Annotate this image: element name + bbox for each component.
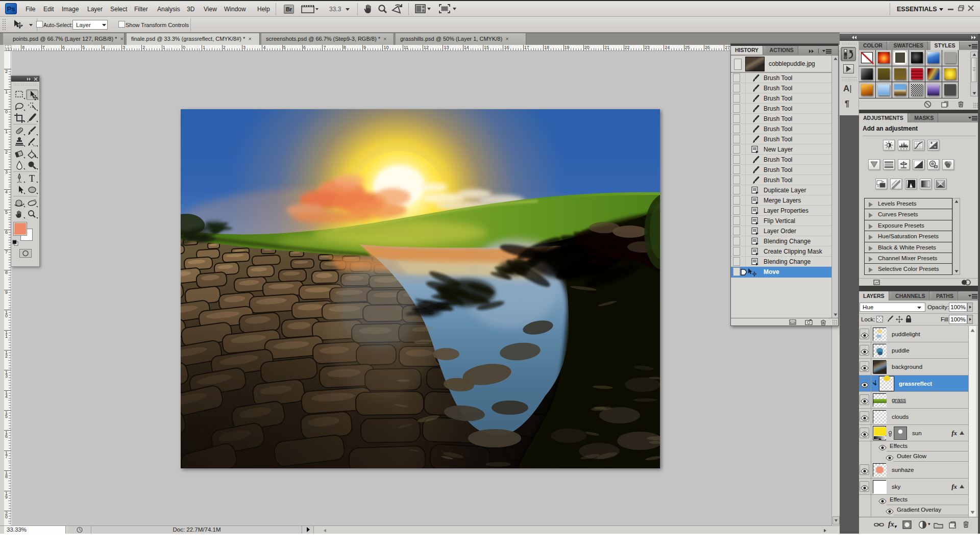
svg-text:T: T <box>29 173 35 184</box>
